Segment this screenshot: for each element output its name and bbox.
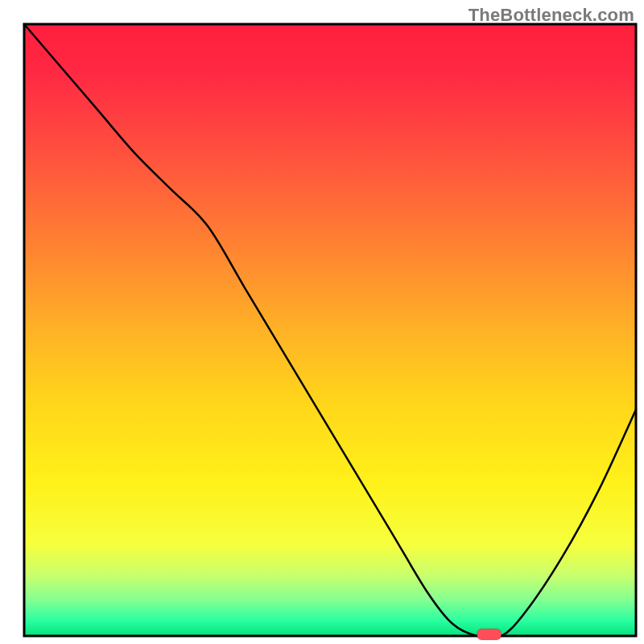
chart-svg: [0, 0, 644, 644]
bottleneck-chart: TheBottleneck.com: [0, 0, 644, 644]
watermark-text: TheBottleneck.com: [469, 5, 634, 26]
optimal-marker: [477, 629, 502, 640]
plot-background: [24, 24, 636, 636]
